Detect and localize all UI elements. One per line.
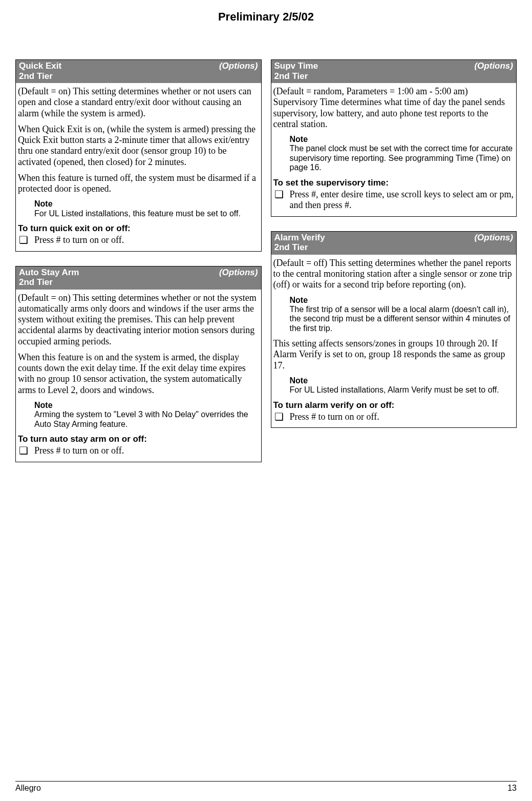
note-text: The panel clock must be set with the cor…: [290, 144, 513, 172]
note-label: Note: [290, 376, 515, 385]
note-block: Note The first trip of a sensor will be …: [290, 296, 515, 334]
supv-time-box: Supv Time (Options) 2nd Tier (Default = …: [271, 59, 517, 217]
checkbox-icon: ❏: [274, 412, 290, 422]
paragraph: (Default = on) This setting determines w…: [18, 293, 259, 347]
quick-exit-title: Quick Exit: [19, 61, 61, 71]
paragraph: When Quick Exit is on, (while the system…: [18, 124, 259, 168]
note-label: Note: [290, 135, 515, 144]
tier-label: 2nd Tier: [19, 277, 258, 287]
paragraph: (Default = off) This setting determines …: [273, 258, 515, 291]
paragraph: This setting affects sensors/zones in gr…: [273, 338, 515, 371]
action-line: ❏ Press # to turn on or off.: [19, 235, 259, 246]
checkbox-icon: ❏: [19, 445, 34, 456]
options-label: (Options): [474, 233, 513, 243]
alarm-verify-body: (Default = off) This setting determines …: [271, 255, 517, 427]
note-block: Note For UL Listed installations, this f…: [34, 199, 259, 218]
action-text: Press # to turn on or off.: [34, 235, 124, 246]
supv-time-title: Supv Time: [274, 61, 318, 71]
action-line: ❏ Press # to turn on or off.: [19, 445, 259, 457]
paragraph: (Default = on) This setting determines w…: [18, 86, 259, 119]
columns: Quick Exit (Options) 2nd Tier (Default =…: [15, 59, 517, 477]
paragraph: When this feature is on and the system i…: [18, 352, 259, 396]
quick-exit-body: (Default = on) This setting determines w…: [16, 83, 261, 251]
auto-stay-arm-title: Auto Stay Arm: [19, 268, 79, 278]
supv-time-body: (Default = random, Parameters = 1:00 am …: [271, 83, 517, 216]
quick-exit-header: Quick Exit (Options) 2nd Tier: [16, 60, 261, 83]
options-label: (Options): [219, 268, 258, 278]
action-heading: To turn auto stay arm on or off:: [18, 434, 259, 444]
left-column: Quick Exit (Options) 2nd Tier (Default =…: [15, 59, 262, 477]
note-label: Note: [34, 401, 259, 410]
footer-left: Allegro: [15, 784, 41, 793]
tier-label: 2nd Tier: [274, 242, 514, 253]
options-label: (Options): [474, 61, 513, 71]
auto-stay-arm-body: (Default = on) This setting determines w…: [16, 290, 261, 462]
action-heading: To turn quick exit on or off:: [18, 223, 259, 234]
action-heading: To turn alarm verify on or off:: [273, 400, 515, 410]
tier-label: 2nd Tier: [19, 71, 258, 81]
auto-stay-arm-header: Auto Stay Arm (Options) 2nd Tier: [16, 266, 261, 290]
note-label: Note: [34, 199, 259, 209]
page: Preliminary 2/5/02 Quick Exit (Options) …: [0, 0, 532, 801]
quick-exit-box: Quick Exit (Options) 2nd Tier (Default =…: [15, 59, 262, 252]
action-line: ❏ Press #, enter desire time, use scroll…: [274, 189, 515, 211]
action-text: Press # to turn on or off.: [34, 445, 124, 457]
action-text: Press #, enter desire time, use scroll k…: [290, 189, 515, 211]
note-text: Arming the system to "Level 3 with No De…: [34, 410, 248, 428]
auto-stay-arm-box: Auto Stay Arm (Options) 2nd Tier (Defaul…: [15, 266, 262, 462]
action-line: ❏ Press # to turn on or off.: [274, 412, 515, 423]
footer-page-number: 13: [507, 784, 517, 793]
tier-label: 2nd Tier: [274, 71, 514, 81]
action-text: Press # to turn on or off.: [290, 412, 379, 423]
note-text: The first trip of a sensor will be a loc…: [290, 305, 510, 333]
note-block: Note Arming the system to "Level 3 with …: [34, 401, 259, 429]
note-text: For UL Listed installations, Alarm Verif…: [290, 385, 499, 394]
options-label: (Options): [219, 61, 258, 71]
action-heading: To set the supervisory time:: [273, 178, 515, 188]
note-text: For UL Listed installations, this featur…: [34, 209, 241, 218]
page-footer: Allegro 13: [15, 781, 517, 793]
alarm-verify-header: Alarm Verify (Options) 2nd Tier: [271, 232, 517, 255]
alarm-verify-title: Alarm Verify: [274, 233, 325, 243]
checkbox-icon: ❏: [274, 189, 290, 199]
right-column: Supv Time (Options) 2nd Tier (Default = …: [271, 59, 517, 477]
checkbox-icon: ❏: [19, 235, 34, 245]
preliminary-heading: Preliminary 2/5/02: [15, 10, 517, 24]
paragraph: (Default = random, Parameters = 1:00 am …: [273, 86, 515, 130]
note-label: Note: [290, 296, 515, 305]
paragraph: When this feature is turned off, the sys…: [18, 173, 259, 194]
note-block: Note The panel clock must be set with th…: [290, 135, 515, 173]
alarm-verify-box: Alarm Verify (Options) 2nd Tier (Default…: [271, 231, 517, 428]
supv-time-header: Supv Time (Options) 2nd Tier: [271, 60, 517, 83]
note-block: Note For UL Listed installations, Alarm …: [290, 376, 515, 395]
